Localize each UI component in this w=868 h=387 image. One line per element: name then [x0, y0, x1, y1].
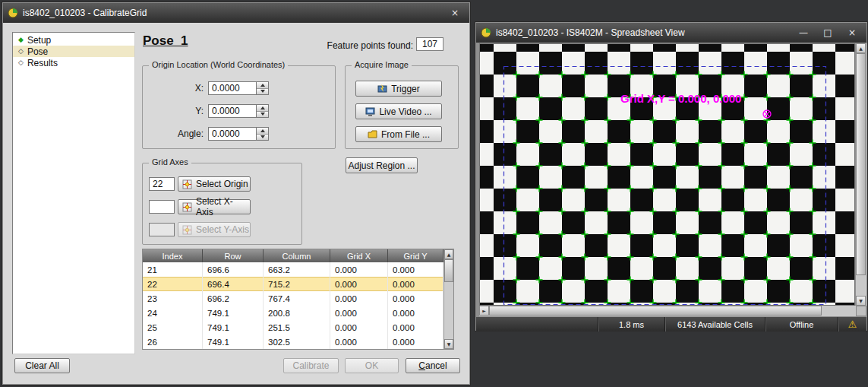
- angle-input[interactable]: 0.0000: [208, 127, 257, 141]
- tree-item-setup[interactable]: ◆ Setup: [13, 34, 134, 46]
- cell-index: 21: [143, 262, 203, 277]
- table-row[interactable]: 24 749.1 200.8 0.000 0.000: [143, 306, 443, 320]
- column-header-index[interactable]: Index: [143, 249, 203, 262]
- maximize-icon[interactable]: □: [818, 26, 838, 40]
- spin-down-button[interactable]: [257, 89, 268, 95]
- select-origin-button[interactable]: Select Origin: [178, 176, 251, 192]
- spin-up-icon: [260, 129, 265, 132]
- spin-up-button[interactable]: [257, 105, 268, 112]
- y-axis-index-field: [149, 223, 175, 236]
- results-diamond-icon: ◇: [18, 59, 24, 66]
- tree-item-pose[interactable]: ◇ Pose: [13, 46, 134, 57]
- select-origin-icon: [182, 179, 192, 189]
- x-label: X:: [143, 83, 208, 94]
- scroll-down-icon[interactable]: ▼: [856, 296, 866, 306]
- grid-axes-group-title: Grid Axes: [149, 157, 191, 167]
- pose-title: Pose 1: [143, 33, 188, 49]
- trigger-button[interactable]: Trigger: [355, 81, 442, 97]
- calibrate-grid-window: is8402_010203 - CalibrateGrid × ◆ Setup …: [2, 2, 471, 385]
- spin-down-icon: [260, 90, 265, 93]
- status-segment-empty: [476, 317, 598, 331]
- select-y-axis-button: Select Y-Axis: [178, 222, 251, 237]
- cancel-button[interactable]: Cancel: [406, 358, 460, 373]
- x-spinner: [257, 81, 269, 95]
- table-header: Index Row Column Grid X Grid Y: [143, 249, 443, 262]
- trigger-label: Trigger: [391, 84, 420, 94]
- spin-up-button[interactable]: [257, 128, 268, 135]
- angle-label: Angle:: [143, 128, 208, 139]
- spin-up-icon: [260, 84, 265, 87]
- vertical-scrollbar[interactable]: ▲ ▼: [856, 43, 866, 306]
- grid-origin-marker-icon: [762, 109, 772, 119]
- tree-item-label: Results: [27, 58, 58, 68]
- cell-column: 767.4: [264, 291, 330, 306]
- scroll-up-icon[interactable]: ▲: [856, 43, 866, 53]
- from-file-button[interactable]: From File ...: [355, 126, 442, 142]
- table-scrollbar-thumb[interactable]: [444, 259, 453, 282]
- spreadsheet-titlebar[interactable]: is8402_010203 - IS8402M - Spreadsheet Vi…: [476, 23, 866, 43]
- scroll-right-icon[interactable]: ►: [479, 306, 489, 316]
- column-header-column[interactable]: Column: [264, 249, 330, 262]
- cell-index: 25: [143, 320, 203, 335]
- horizontal-scrollbar[interactable]: ◄ ►: [479, 306, 856, 316]
- origin-index-field[interactable]: 22: [149, 177, 175, 191]
- origin-group-title: Origin Location (World Coordinates): [149, 60, 288, 69]
- tree-item-label: Pose: [27, 46, 48, 57]
- ok-label: OK: [365, 360, 378, 371]
- column-header-gridy[interactable]: Grid Y: [388, 249, 443, 262]
- spin-down-button[interactable]: [257, 135, 268, 141]
- clear-all-button[interactable]: Clear All: [14, 358, 70, 373]
- minimize-icon[interactable]: —: [794, 26, 813, 40]
- vertical-scrollbar-thumb[interactable]: [856, 53, 866, 275]
- status-connection-mode: Offline: [765, 317, 838, 331]
- spreadsheet-body: Grid X,Y = 0.000, 0.000 ▲ ▼ ◄ ► 1.8 ms 6…: [476, 43, 866, 330]
- column-header-gridx[interactable]: Grid X: [330, 249, 388, 262]
- feature-points-value: 107: [416, 37, 443, 51]
- x-input[interactable]: 0.0000: [208, 81, 257, 95]
- cell-index: 26: [143, 335, 203, 349]
- feature-points-label: Feature points found:: [254, 40, 413, 51]
- spreadsheet-view-window: is8402_010203 - IS8402M - Spreadsheet Vi…: [475, 21, 868, 331]
- horizontal-scrollbar-thumb[interactable]: [489, 306, 822, 316]
- cell-row: 696.4: [203, 277, 264, 291]
- x-axis-index-field[interactable]: [149, 200, 175, 214]
- cell-gridy: 0.000: [388, 262, 443, 277]
- spin-down-button[interactable]: [257, 112, 268, 118]
- live-video-button[interactable]: Live Video ...: [355, 103, 442, 119]
- cancel-label: Cancel: [418, 360, 447, 371]
- adjust-region-button[interactable]: Adjust Region ...: [346, 157, 418, 173]
- cell-row: 749.1: [203, 335, 264, 349]
- tree-item-results[interactable]: ◇ Results: [13, 57, 134, 68]
- scroll-up-icon[interactable]: ▲: [444, 249, 453, 259]
- table-row[interactable]: 25 749.1 251.5 0.000 0.000: [143, 320, 443, 335]
- calibrate-window-title: is8402_010203 - CalibrateGrid: [23, 8, 440, 18]
- cell-row: 749.1: [203, 320, 264, 335]
- warning-icon[interactable]: ⚠: [838, 317, 866, 331]
- spin-up-button[interactable]: [257, 82, 268, 89]
- column-header-row[interactable]: Row: [203, 249, 264, 262]
- calibrate-titlebar[interactable]: is8402_010203 - CalibrateGrid ×: [3, 3, 469, 23]
- y-input[interactable]: 0.0000: [208, 104, 257, 118]
- origin-location-group: Origin Location (World Coordinates) X: 0…: [142, 65, 336, 149]
- close-icon[interactable]: ×: [445, 6, 465, 20]
- table-scrollbar[interactable]: ▲ ▼: [443, 249, 453, 349]
- table-row-selected[interactable]: 22 696.4 715.2 0.000 0.000: [143, 277, 443, 291]
- checkerboard-image: [480, 44, 855, 306]
- select-x-axis-icon: [182, 202, 192, 212]
- calibration-image[interactable]: Grid X,Y = 0.000, 0.000: [479, 43, 855, 306]
- calibrate-body: ◆ Setup ◇ Pose ◇ Results Pose 1 Feature …: [3, 23, 469, 384]
- y-label: Y:: [143, 106, 208, 116]
- cell-gridy: 0.000: [388, 277, 443, 291]
- adjust-region-label: Adjust Region ...: [348, 160, 415, 171]
- cell-gridy: 0.000: [388, 306, 443, 320]
- from-file-icon: [368, 129, 377, 139]
- scroll-down-icon[interactable]: ▼: [444, 339, 453, 349]
- select-x-axis-button[interactable]: Select X-Axis: [178, 199, 251, 214]
- cell-gridx: 0.000: [330, 335, 388, 349]
- cell-index: 22: [143, 277, 203, 291]
- table-row[interactable]: 23 696.2 767.4 0.000 0.000: [143, 291, 443, 306]
- table-row[interactable]: 21 696.6 663.2 0.000 0.000: [143, 262, 443, 277]
- close-icon[interactable]: ×: [842, 26, 862, 40]
- table-row[interactable]: 26 749.1 302.5 0.000 0.000: [143, 335, 443, 349]
- cell-gridx: 0.000: [330, 291, 388, 306]
